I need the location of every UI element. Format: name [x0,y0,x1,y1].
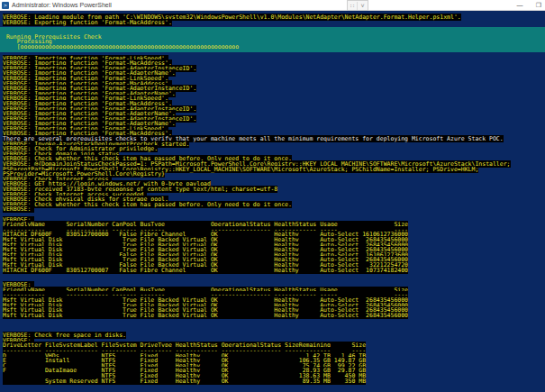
overlay-widget[interactable]: ∷ ˅ [347,0,368,11]
console-line: There are several prerequisites checks t… [3,133,545,139]
powershell-icon: > [2,2,9,9]
console-line [3,386,545,391]
window-title: Administrator: Windows PowerShell [12,2,112,8]
progress-bar: [ooooooooooooooooooooooooooooooooooooooo… [3,43,239,50]
grip-icon[interactable]: ∷ [348,2,357,10]
console-output-top: VERBOSE: Loading module from path 'C:\WI… [3,12,545,27]
restore-button[interactable]: ❐ [534,0,543,10]
minimize-button[interactable]: — [515,0,524,10]
console-line: VERBOSE: @{DomainJoinStatusCheckPassed=1… [3,159,545,164]
window-controls: — ❐ [515,0,543,10]
progress-banner: Running Prerequisites Check Processing [… [0,27,545,52]
console-viewport[interactable]: VERBOSE: Loading module from path 'C:\WI… [0,11,545,392]
console-output: VERBOSE: Importing function 'Format-Link… [3,53,545,391]
chevron-down-icon[interactable]: ˅ [357,2,367,10]
title-bar[interactable]: > Administrator: Windows PowerShell ∷ ˅ … [0,0,545,11]
powershell-window: > Administrator: Windows PowerShell ∷ ˅ … [0,0,545,392]
